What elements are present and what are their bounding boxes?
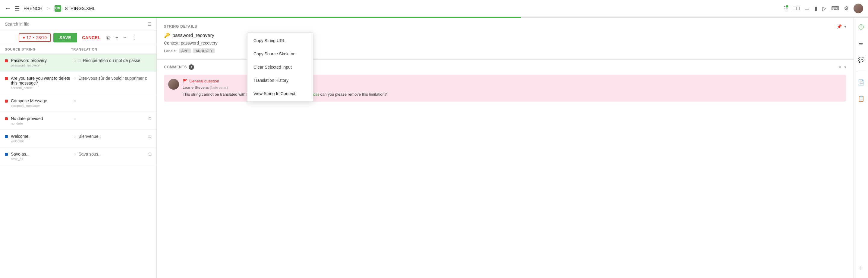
file-name[interactable]: STRINGS.XML: [65, 6, 96, 11]
columns-icon[interactable]: □□: [793, 5, 800, 11]
context-menu-item-copy-url[interactable]: Copy String URL: [247, 34, 313, 47]
expand-icon[interactable]: ▾: [844, 24, 846, 29]
context-menu-item-clear-input[interactable]: Clear Selected Input: [247, 61, 313, 74]
tag-icon[interactable]: ○: [73, 76, 76, 81]
column-headers: SOURCE STRING TRANSLATION: [0, 45, 156, 54]
counter-dot-sep: •: [33, 35, 34, 40]
string-key: no_date: [11, 121, 71, 125]
online-indicator: [786, 5, 788, 7]
text-format-icon[interactable]: 𝔔: [148, 152, 152, 157]
context-menu-item-translation-history[interactable]: Translation History: [247, 74, 313, 87]
sidebar-icon-translate[interactable]: ➥: [857, 38, 865, 49]
author-username: (l.stevens): [210, 85, 228, 90]
avatar[interactable]: [854, 4, 863, 13]
comment-icon[interactable]: □: [78, 58, 80, 63]
breadcrumb-separator: >: [47, 6, 50, 11]
nav-icon-group: ☷ □□ ▭ ▮ ▷ ⌨ ⚙: [783, 4, 863, 13]
status-badge: [5, 117, 8, 120]
icon-sidebar: ⓘ ➥ 💬 📄 📋 +: [854, 18, 868, 278]
translation-text: Êtes-vous sûr de vouloir supprimer c: [79, 76, 152, 81]
string-key: save_as: [11, 157, 71, 161]
comments-count: 1: [189, 64, 194, 70]
context-label: Context:: [164, 41, 180, 45]
editor-icon[interactable]: ▭: [804, 5, 809, 12]
tag-label: General question: [189, 79, 219, 83]
save-button[interactable]: SAVE: [53, 33, 77, 42]
comments-title: COMMENTS: [164, 65, 187, 69]
sidebar-divider: [856, 71, 866, 71]
close-comments-icon[interactable]: ✕: [838, 65, 842, 69]
string-middle-icons: ○ □: [71, 58, 83, 63]
project-name[interactable]: FRENCH: [24, 6, 42, 11]
string-middle-icons: ○: [71, 152, 79, 157]
translation-text: Récupération du mot de passe: [83, 58, 152, 63]
source-text: No date provided no_date: [11, 116, 71, 125]
sidebar-icon-document[interactable]: 📄: [856, 77, 866, 88]
terminal-icon[interactable]: ▷: [822, 5, 827, 12]
table-row[interactable]: Compose Message compose_message ○: [0, 94, 156, 112]
tag-icon[interactable]: ○: [73, 134, 76, 139]
file-panel: ☰ 17 • 28/10 SAVE CANCEL ⧉ + − ⋮ SOURCE …: [0, 18, 157, 278]
source-text: Password recovery password_recovery: [11, 58, 71, 67]
key-name-label: password_recovery: [173, 33, 214, 38]
table-row[interactable]: No date provided no_date ○ 𝔔: [0, 112, 156, 130]
sidebar-icon-comments[interactable]: 💬: [856, 55, 866, 65]
back-button[interactable]: ←: [5, 5, 11, 12]
context-menu-item-view-in-context[interactable]: View String In Context: [247, 87, 313, 100]
label-badge-android[interactable]: ANDROID: [193, 48, 214, 53]
status-badge: [5, 77, 8, 80]
sidebar-add-button[interactable]: +: [859, 264, 863, 274]
string-middle-icons: ○: [71, 76, 79, 81]
context-value: password_recovery: [181, 41, 217, 45]
context-menu-item-copy-skeleton[interactable]: Copy Source Skeleton: [247, 47, 313, 61]
string-key: compose_message: [11, 104, 71, 107]
counter-dot: [23, 37, 25, 38]
counter-badge: 17 • 28/10: [19, 33, 51, 42]
tag-icon[interactable]: ○: [73, 98, 76, 103]
file-type-icon: XML: [55, 5, 61, 12]
add-toolbar-icon[interactable]: +: [114, 33, 120, 42]
status-badge: [5, 59, 8, 62]
cancel-button[interactable]: CANCEL: [80, 33, 103, 42]
label-badge-app[interactable]: APP: [179, 48, 191, 53]
menu-button[interactable]: ☰: [14, 5, 20, 12]
pin-icon[interactable]: 📌: [837, 24, 842, 29]
split-icon[interactable]: ▮: [814, 5, 817, 12]
text-format-icon[interactable]: 𝔔: [148, 116, 152, 121]
table-row[interactable]: Welcome! welcome ○ Bienvenue ! 𝔔: [0, 130, 156, 147]
source-string-label: Password recovery: [11, 58, 71, 63]
keyboard-icon[interactable]: ⌨: [831, 5, 839, 12]
editor-toolbar: 17 • 28/10 SAVE CANCEL ⧉ + − ⋮: [0, 30, 156, 45]
col-header-source: SOURCE STRING: [5, 47, 71, 51]
source-text: Compose Message compose_message: [11, 98, 71, 107]
source-string-label: No date provided: [11, 116, 71, 121]
source-string-label: Are you sure you want to delete this mes…: [11, 76, 71, 85]
sidebar-icon-copy[interactable]: 📋: [856, 94, 866, 104]
sidebar-icon-info[interactable]: ⓘ: [857, 22, 866, 33]
table-row[interactable]: Save as... save_as ○ Sava sous... 𝔔: [0, 147, 156, 165]
table-row[interactable]: Are you sure you want to delete this mes…: [0, 72, 156, 94]
top-navigation: ← ☰ FRENCH > XML STRINGS.XML ☷ □□ ▭ ▮ ▷ …: [0, 0, 868, 17]
tag-icon[interactable]: ○: [73, 116, 76, 121]
search-input[interactable]: [5, 22, 145, 27]
labels-label: Labels:: [164, 49, 177, 53]
string-key: confirm_delete: [11, 86, 71, 90]
string-key: password_recovery: [11, 64, 71, 67]
flag-icon: 🚩: [183, 79, 187, 83]
copy-toolbar-icon[interactable]: ⧉: [105, 33, 112, 42]
tag-icon[interactable]: ○: [73, 58, 76, 63]
minus-toolbar-icon[interactable]: −: [122, 33, 128, 42]
string-middle-icons: ○: [71, 98, 79, 103]
string-key: welcome: [11, 139, 71, 143]
translation-text: Bienvenue !: [79, 134, 148, 139]
more-toolbar-icon[interactable]: ⋮: [130, 33, 138, 42]
settings-icon[interactable]: ⚙: [844, 5, 849, 12]
status-badge: [5, 153, 8, 156]
expand-comments-icon[interactable]: ▾: [844, 65, 846, 69]
filter-icon[interactable]: ☰: [148, 22, 152, 27]
source-string-label: Welcome!: [11, 134, 71, 139]
text-format-icon[interactable]: 𝔔: [148, 134, 152, 139]
tag-icon[interactable]: ○: [73, 152, 76, 157]
activity-icon[interactable]: ☷: [783, 5, 788, 12]
table-row[interactable]: Password recovery password_recovery ○ □ …: [0, 54, 156, 72]
